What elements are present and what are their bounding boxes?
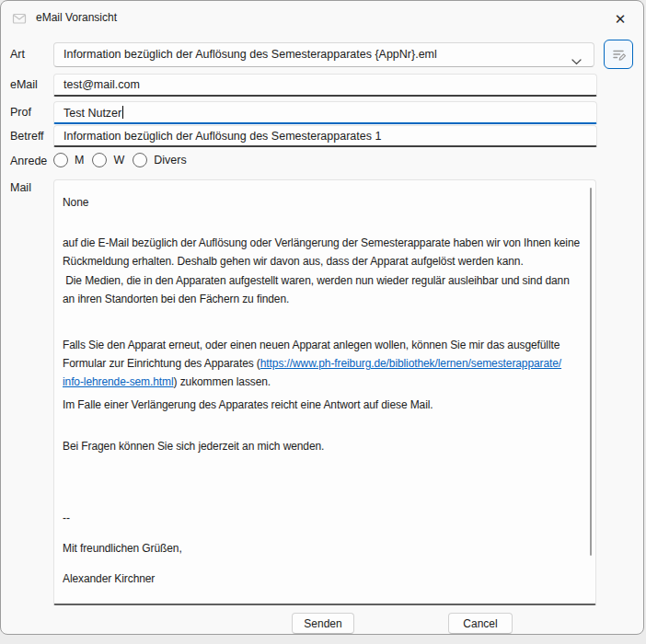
- email-label: eMail: [10, 78, 38, 91]
- mail-label: Mail: [10, 181, 31, 194]
- chevron-down-icon: [571, 52, 582, 69]
- mail-paragraph: Bei Fragen können Sie sich jederzeit an …: [63, 437, 583, 455]
- art-label: Art: [10, 48, 25, 61]
- email-field[interactable]: test@mail.com: [53, 74, 597, 97]
- anrede-label: Anrede: [10, 155, 47, 167]
- edit-template-button[interactable]: [604, 40, 633, 69]
- window-title: eMail Voransicht: [36, 11, 117, 24]
- radio-circle-icon: [53, 153, 68, 167]
- close-icon[interactable]: ✕: [606, 7, 634, 31]
- mail-body-link[interactable]: https://www.ph-freiburg.de/bibliothek/le…: [260, 357, 561, 370]
- prof-value: Test Nutzer: [63, 107, 121, 120]
- mail-paragraph: auf die E-Mail bezüglich der Auflösung o…: [63, 234, 583, 270]
- radio-option-divers[interactable]: Divers: [133, 153, 186, 167]
- art-selected-value: Information bezüglich der Auflösung des …: [63, 48, 437, 61]
- titlebar: eMail Voransicht ✕: [1, 1, 643, 36]
- send-button[interactable]: Senden: [292, 613, 354, 634]
- mail-icon: [12, 11, 27, 26]
- anrede-radio-group: M W Divers: [53, 153, 187, 167]
- email-preview-dialog: eMail Voransicht ✕ Art Information bezüg…: [0, 0, 644, 635]
- scrollbar-thumb[interactable]: [590, 188, 592, 556]
- prof-field[interactable]: Test Nutzer: [53, 101, 597, 124]
- mail-paragraph: Falls Sie den Apparat erneut, oder einen…: [63, 336, 583, 391]
- text-caret: [122, 106, 123, 119]
- mail-paragraph: Alexander Kirchner: [63, 569, 583, 588]
- art-select[interactable]: Information bezüglich der Auflösung des …: [53, 42, 594, 67]
- mail-paragraph: --: [63, 509, 583, 527]
- betreff-field[interactable]: Information bezüglich der Auflösung des …: [53, 125, 597, 147]
- mail-body-textarea[interactable]: Noneauf die E-Mail bezüglich der Auflösu…: [53, 179, 596, 605]
- cancel-button[interactable]: Cancel: [448, 613, 513, 634]
- betreff-value: Information bezüglich der Auflösung des …: [63, 130, 381, 143]
- mail-paragraph: None: [63, 193, 583, 212]
- radio-option-m[interactable]: M: [53, 153, 84, 167]
- email-value: test@mail.com: [63, 78, 140, 91]
- mail-body-link[interactable]: info-lehrende-sem.html: [63, 375, 174, 388]
- mail-paragraph: Mit freundlichen Grüßen,: [63, 539, 583, 558]
- betreff-label: Betreff: [10, 130, 44, 143]
- radio-circle-icon: [92, 153, 107, 167]
- radio-circle-icon: [133, 153, 147, 167]
- radio-option-w[interactable]: W: [92, 153, 124, 167]
- mail-paragraph: Im Falle einer Verlängerung des Apparate…: [63, 396, 583, 414]
- prof-label: Prof: [10, 106, 31, 119]
- mail-paragraph: Die Medien, die in den Apparaten aufgest…: [63, 271, 583, 308]
- mail-body-text: Noneauf die E-Mail bezüglich der Auflösu…: [63, 193, 583, 588]
- edit-note-icon: [605, 47, 632, 63]
